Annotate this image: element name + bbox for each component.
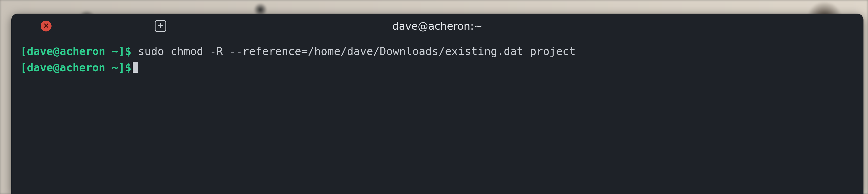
- prompt-path: ~: [105, 45, 119, 57]
- prompt-symbol: $: [125, 45, 131, 57]
- prompt-path: ~: [105, 61, 119, 74]
- command-text: sudo chmod -R --reference=/home/dave/Dow…: [138, 45, 576, 57]
- titlebar[interactable]: dave@acheron:~: [11, 13, 864, 38]
- close-icon: [43, 22, 49, 30]
- command-text: [131, 45, 138, 57]
- prompt-userhost: dave@acheron: [27, 45, 105, 57]
- terminal-body[interactable]: [dave@acheron ~]$ sudo chmod -R --refere…: [11, 38, 864, 194]
- cursor: [133, 62, 138, 73]
- prompt-close-bracket: ]: [118, 45, 125, 57]
- terminal-window: dave@acheron:~ [dave@acheron ~]$ sudo ch…: [11, 13, 864, 194]
- close-button[interactable]: [41, 21, 52, 31]
- minimize-button[interactable]: [72, 21, 83, 31]
- window-title: dave@acheron:~: [392, 20, 483, 32]
- prompt-userhost: dave@acheron: [27, 61, 105, 74]
- prompt-open-bracket: [: [20, 45, 27, 57]
- prompt-symbol: $: [125, 61, 131, 74]
- new-tab-button[interactable]: [155, 20, 166, 32]
- terminal-line: [dave@acheron ~]$: [20, 59, 855, 76]
- new-tab-icon: [157, 22, 164, 30]
- prompt-open-bracket: [: [20, 61, 27, 74]
- terminal-line: [dave@acheron ~]$ sudo chmod -R --refere…: [20, 43, 855, 59]
- maximize-button[interactable]: [103, 21, 114, 31]
- prompt-close-bracket: ]: [118, 61, 125, 74]
- window-controls: [11, 20, 166, 32]
